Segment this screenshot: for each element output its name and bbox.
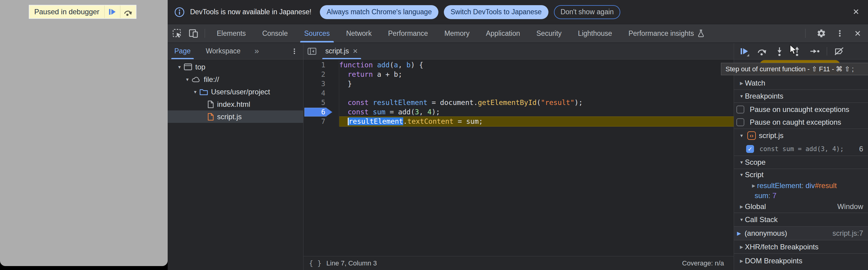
variable-value-id: #result [815,181,837,190]
inspect-element-button[interactable] [170,27,184,40]
section-watch[interactable]: ▶ Watch [734,77,868,90]
expander-icon[interactable]: ▼ [738,94,745,98]
expander-icon[interactable]: ▶ [738,244,745,249]
expander-icon[interactable]: ▼ [738,133,745,138]
navigator-tab-workspace[interactable]: Workspace [205,43,242,59]
resume-script-button[interactable] [104,5,120,18]
devtools-window: DevTools is now available in Japanese! A… [168,0,868,270]
line-number-gutter[interactable]: 2 [304,70,339,79]
tree-item-script-js[interactable]: script.js [168,111,303,123]
code-token: add [377,61,390,69]
frame-icon [183,63,192,71]
scope-global[interactable]: ▶ Global Window [734,201,868,213]
settings-button[interactable] [815,27,828,39]
tab-sources[interactable]: Sources [296,24,338,42]
expander-icon[interactable]: ▶ [738,81,745,86]
navigator-tabs: Page Workspace » [168,43,303,59]
code-area[interactable]: 1function add(a, b) {2 return a + b;3 }4… [304,59,734,256]
deactivate-breakpoints-button[interactable] [834,46,845,57]
line-number-gutter[interactable]: 3 [304,79,339,89]
notification-close-button[interactable] [851,6,861,18]
code-token: b [407,61,411,69]
step-button[interactable] [809,46,820,57]
checkbox-label: Pause on caught exceptions [750,118,841,126]
expander-icon[interactable]: ▼ [738,160,745,165]
controls-divider [827,47,827,56]
close-icon [852,7,860,16]
step-over-button-page[interactable] [120,5,136,18]
breakpoint-entry[interactable]: ✓ const sum = add(3, 4); 6 [734,142,868,156]
coverage-status: Coverage: n/a [682,260,728,267]
step-over-button[interactable] [756,46,767,57]
expander-icon[interactable]: ▼ [176,65,183,69]
pause-caught-checkbox[interactable] [737,118,744,126]
dont-show-again-button[interactable]: Don't show again [554,5,621,19]
tab-application[interactable]: Application [478,24,528,42]
section-dom-breakpoints[interactable]: ▶ DOM Breakpoints [734,253,868,268]
navigator-more-options[interactable] [290,47,303,55]
breakpoint-group-script-js[interactable]: ▼ ‹› script.js [734,129,868,142]
scope-var-sum[interactable]: sum: 7 [734,191,868,201]
devtools-close-button[interactable] [851,28,864,39]
breakpoint-marker-icon[interactable] [304,108,332,117]
expander-icon[interactable]: ▼ [738,217,745,222]
line-number-gutter[interactable]: 1 [304,60,339,70]
deactivate-breakpoints-icon [834,46,845,57]
tree-item-file-protocol[interactable]: ▼ file:// [168,73,303,86]
line-number-gutter[interactable]: 5 [304,98,339,108]
expander-icon[interactable]: ▼ [738,172,745,177]
call-stack-frame[interactable]: ▶ (anonymous) script.js:7 [734,227,868,240]
pause-uncaught-checkbox[interactable] [737,106,744,114]
tree-item-top[interactable]: ▼ top [168,61,303,73]
close-icon [854,29,862,38]
step-into-button[interactable] [774,46,785,57]
tab-elements[interactable]: Elements [209,24,254,42]
line-number-gutter[interactable]: 7 [304,117,339,126]
tab-close-icon[interactable]: ✕ [352,48,358,55]
expander-icon[interactable]: ▶ [738,204,745,209]
code-line-content: const sum = add(3, 4); [339,108,734,117]
device-toolbar-button[interactable] [186,27,201,40]
expander-icon[interactable]: ▼ [192,90,198,94]
breakpoint-gutter-line[interactable]: 6 [304,108,339,117]
navigator-tab-page[interactable]: Page [173,43,192,59]
code-token: textContent [407,117,454,125]
more-options-button[interactable] [833,28,846,39]
editor-tab-script-js[interactable]: script.js ✕ [323,43,361,59]
section-scope[interactable]: ▼ Scope [734,156,868,169]
tab-performance-insights[interactable]: Performance insights [620,24,713,42]
tab-security[interactable]: Security [528,24,570,42]
scope-script[interactable]: ▼ Script [734,169,868,181]
more-tabs-chevron[interactable]: » [254,47,259,56]
breakpoint-checkbox[interactable]: ✓ [746,145,754,153]
expander-icon[interactable]: ▼ [184,77,191,82]
resume-button[interactable] [739,46,750,57]
section-xhr-breakpoints[interactable]: ▶ XHR/fetch Breakpoints [734,240,868,253]
code-token [339,98,348,107]
tab-memory[interactable]: Memory [436,24,478,42]
frame-location: script.js:7 [833,229,868,238]
section-breakpoints[interactable]: ▼ Breakpoints [734,90,868,103]
code-token: ) { [410,61,423,69]
breakpoint-code: const sum = add(3, 4); [760,145,844,153]
tree-item-index-html[interactable]: index.html [168,98,303,111]
tab-lighthouse[interactable]: Lighthouse [570,24,620,42]
tab-performance[interactable]: Performance [380,24,436,42]
always-match-language-button[interactable]: Always match Chrome's language [320,5,438,19]
section-call-stack[interactable]: ▼ Call Stack [734,213,868,227]
step-out-tooltip: Step out of current function - ⇧ F11 - ⌘… [721,63,868,75]
scope-var-resultelement[interactable]: ▶ resultElement: div#result [734,181,868,191]
pretty-print-button[interactable]: { } [309,260,322,267]
editor-tab-bar: script.js ✕ [304,43,734,59]
tree-item-project-folder[interactable]: ▼ Users/user/project [168,86,303,98]
code-token: return [348,70,373,78]
toggle-navigator-icon[interactable] [307,47,317,56]
code-line: 2 return a + b; [304,70,734,79]
switch-to-japanese-button[interactable]: Switch DevTools to Japanese [444,5,548,19]
expander-icon[interactable]: ▶ [738,259,745,263]
line-number-gutter[interactable]: 4 [304,89,339,98]
code-token [339,108,348,116]
expander-icon[interactable]: ▶ [750,183,757,188]
tab-console[interactable]: Console [254,24,296,42]
tab-network[interactable]: Network [338,24,380,42]
